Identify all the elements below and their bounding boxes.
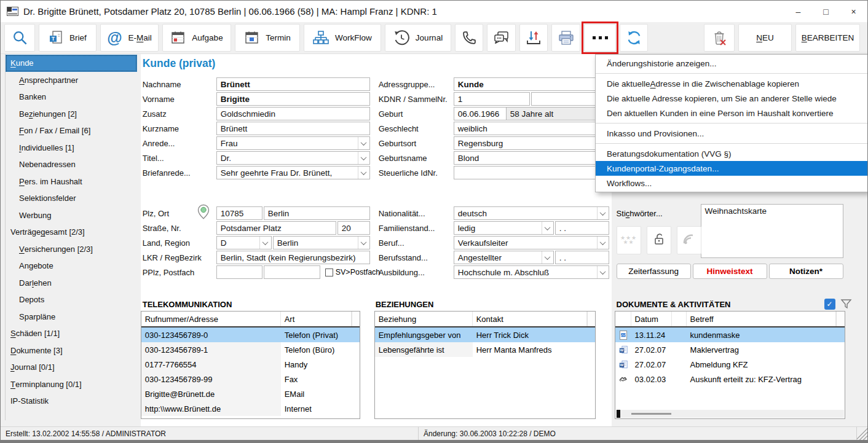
sidebar-item[interactable]: Ansprechpartner bbox=[6, 72, 137, 89]
termin-button[interactable]: Termin bbox=[235, 24, 300, 52]
journal-button[interactable]: Journal bbox=[385, 24, 451, 52]
hausnr-field[interactable]: 20 bbox=[337, 221, 370, 235]
column-header[interactable] bbox=[672, 312, 687, 326]
search-button[interactable] bbox=[4, 24, 35, 52]
more-button[interactable] bbox=[584, 24, 616, 52]
sidebar-item[interactable]: Verträge gesamt [2/3] bbox=[6, 224, 137, 241]
chevron-down-icon[interactable] bbox=[597, 237, 609, 249]
vorname-field[interactable]: Brigitte bbox=[216, 92, 370, 106]
table-row[interactable]: Lebensgefährte istHerr Manta Manfreds bbox=[375, 342, 595, 357]
chevron-down-icon[interactable] bbox=[358, 237, 369, 249]
beruf-select[interactable]: Verkaufsleiter bbox=[454, 236, 609, 249]
unlock-button[interactable] bbox=[647, 226, 671, 254]
column-header[interactable]: Datum bbox=[631, 312, 672, 326]
familienstand-datum-field[interactable]: . . bbox=[555, 221, 609, 235]
notizen-button[interactable]: Notizen* bbox=[769, 264, 843, 279]
menu-item[interactable]: Inkasso und Provisionen... bbox=[596, 126, 868, 141]
berufsstand-select[interactable]: Angestellter bbox=[454, 251, 554, 264]
menu-item[interactable]: Die aktuelle Adresse in die Zwischenabla… bbox=[596, 76, 868, 91]
refresh-button[interactable] bbox=[620, 24, 648, 52]
sidebar-item[interactable]: Fon / Fax / Email [6] bbox=[6, 122, 137, 139]
sidebar-item[interactable]: Individuelles [1] bbox=[6, 139, 137, 157]
sidebar-item[interactable]: Pers. im Haushalt bbox=[6, 173, 137, 190]
zusatz-field[interactable]: Goldschmiedin bbox=[216, 107, 370, 120]
chevron-down-icon[interactable] bbox=[259, 237, 271, 249]
resize-grip[interactable] bbox=[857, 427, 867, 440]
table-row[interactable]: 030-123456789-1Telefon (Büro) bbox=[141, 342, 360, 357]
table-row[interactable]: Brigitte@Brünett.deEMail bbox=[141, 386, 360, 401]
brief-button[interactable]: TBrief bbox=[39, 24, 97, 52]
sv-postfach-checkbox[interactable] bbox=[325, 269, 333, 276]
table-row[interactable]: http:\\www.Brünett.deInternet bbox=[141, 401, 360, 416]
filter-icon[interactable] bbox=[840, 298, 852, 312]
table-row[interactable]: 13.11.24kundenmaske bbox=[615, 327, 845, 342]
table-row[interactable]: W27.02.07Maklervertrag bbox=[615, 342, 845, 357]
nachname-field[interactable]: Brünett bbox=[216, 77, 370, 91]
scrollbar-thumb[interactable] bbox=[631, 413, 671, 415]
sidebar-item[interactable]: Dokumente [3] bbox=[6, 342, 137, 359]
vertical-scrollbar[interactable] bbox=[587, 312, 595, 326]
table-row[interactable]: W27.02.07Abmeldung KFZ bbox=[615, 357, 845, 372]
column-header[interactable] bbox=[615, 312, 631, 326]
ort-field[interactable]: Berlin bbox=[264, 206, 370, 220]
kdnr-field[interactable]: 1 bbox=[454, 92, 530, 106]
delete-button[interactable] bbox=[704, 24, 735, 52]
vertical-scrollbar[interactable] bbox=[836, 312, 845, 326]
checked-checkbox-icon[interactable]: ✓ bbox=[824, 299, 835, 310]
neu-button[interactable]: NEU bbox=[738, 24, 792, 52]
workflow-button[interactable]: WorkFlow bbox=[304, 24, 381, 52]
geburtsort-field[interactable]: Regensburg bbox=[454, 136, 609, 150]
aufgabe-button[interactable]: Aufgabe bbox=[162, 24, 231, 52]
geschlecht-field[interactable]: weiblich bbox=[454, 122, 609, 135]
email-button[interactable]: @E-Mail bbox=[100, 24, 159, 52]
column-header[interactable]: Betreff bbox=[687, 312, 836, 326]
kurzname-field[interactable]: Brünett bbox=[216, 122, 370, 135]
menu-item[interactable]: Änderungshistorie anzeigen... bbox=[596, 56, 868, 71]
chevron-down-icon[interactable] bbox=[542, 251, 553, 264]
familienstand-select[interactable]: ledig bbox=[454, 221, 554, 235]
chevron-down-icon[interactable] bbox=[358, 137, 369, 149]
land-select[interactable]: D bbox=[216, 236, 272, 249]
sidebar-item[interactable]: Darlehen bbox=[6, 275, 137, 292]
chevron-down-icon[interactable] bbox=[597, 207, 609, 219]
vertical-scrollbar[interactable] bbox=[352, 312, 360, 326]
print-button[interactable] bbox=[551, 24, 580, 52]
menu-item[interactable]: Die aktuelle Adresse kopieren, um Sie an… bbox=[596, 91, 868, 106]
maximize-button[interactable]: □ bbox=[812, 1, 840, 22]
table-row[interactable]: Empfehlungsgeber vonHerr Trick Dick bbox=[375, 327, 595, 342]
geburtsname-field[interactable]: Blond bbox=[454, 151, 609, 165]
hinweistext-button[interactable]: Hinweistext bbox=[693, 264, 767, 279]
sidebar-item[interactable]: Sparpläne bbox=[6, 308, 137, 326]
sidebar-item[interactable]: Banken bbox=[6, 88, 137, 106]
minimize-button[interactable]: – bbox=[784, 1, 812, 22]
sidebar-item[interactable]: Versicherungen [2/3] bbox=[6, 241, 137, 258]
table-row[interactable]: 030-123456789-0Telefon (Privat) bbox=[141, 327, 360, 342]
plz-field[interactable]: 10785 bbox=[216, 206, 262, 220]
sidebar-item[interactable]: Werbung bbox=[6, 207, 137, 224]
sidebar-item[interactable]: Beziehungen [2] bbox=[6, 106, 137, 123]
sidebar-item[interactable]: Kunde bbox=[6, 55, 137, 72]
menu-item[interactable]: Den aktuellen Kunden in eine Person im H… bbox=[596, 106, 868, 120]
sidebar-item[interactable]: Depots bbox=[6, 291, 137, 308]
close-button[interactable]: × bbox=[840, 1, 867, 22]
chat-button[interactable] bbox=[487, 24, 516, 52]
sidebar-item[interactable]: IP-Statistik bbox=[6, 393, 137, 410]
column-header[interactable]: Art bbox=[281, 312, 352, 326]
chevron-down-icon[interactable] bbox=[358, 167, 369, 179]
briefanrede-select[interactable]: Sehr geehrte Frau Dr. Brünett, bbox=[216, 166, 370, 179]
bearbeiten-button[interactable]: BEARBEITEN bbox=[795, 24, 860, 52]
anrede-select[interactable]: Frau bbox=[216, 136, 370, 150]
table-row[interactable]: 0177-7766554Handy bbox=[141, 357, 360, 372]
nationalitaet-select[interactable]: deutsch bbox=[454, 206, 609, 220]
menu-item[interactable]: Beratungsdokumentation (VVG §) bbox=[596, 146, 868, 161]
horizontal-scrollbar[interactable] bbox=[616, 410, 844, 418]
sidebar-item[interactable]: Angebote bbox=[6, 257, 137, 275]
table-row[interactable]: 030-123456789-99Fax bbox=[141, 372, 360, 386]
feed-button[interactable] bbox=[677, 226, 701, 254]
chevron-down-icon[interactable] bbox=[597, 266, 609, 278]
postfach-field[interactable] bbox=[264, 265, 320, 279]
phone-button[interactable] bbox=[455, 24, 483, 52]
zeiterfassung-button[interactable]: Zeiterfassung bbox=[617, 264, 691, 279]
table-row[interactable]: 03.02.03Auskunft erteilt zu: KFZ-Vertrag bbox=[615, 372, 845, 386]
sidebar-item[interactable]: Selektionsfelder bbox=[6, 190, 137, 207]
